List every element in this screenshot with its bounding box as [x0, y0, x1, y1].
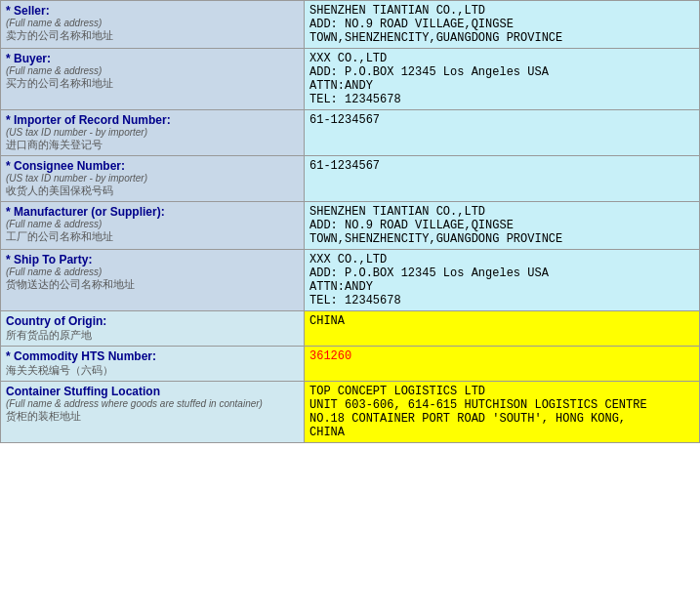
field-sublabel-cn-importer: 进口商的海关登记号 — [6, 138, 299, 152]
field-sublabel-en-importer: (US tax ID number - by importer) — [6, 127, 299, 138]
field-value-hts: 361260 — [309, 349, 694, 363]
right-cell-buyer: XXX CO.,LTD ADD: P.O.BOX 12345 Los Angel… — [305, 49, 700, 110]
field-label-importer: * Importer of Record Number: — [6, 113, 299, 127]
field-label-hts: * Commodity HTS Number: — [6, 349, 299, 363]
field-value-importer: 61-1234567 — [309, 113, 694, 127]
field-sublabel-cn-hts: 海关关税编号（六码） — [6, 363, 299, 378]
field-sublabel-en-manufacturer: (Full name & address) — [6, 219, 299, 229]
field-sublabel-en-buyer: (Full name & address) — [6, 65, 299, 76]
field-sublabel-cn-consignee: 收货人的美国保税号码 — [6, 184, 299, 198]
right-cell-seller: SHENZHEN TIANTIAN CO.,LTD ADD: NO.9 ROAD… — [305, 1, 700, 49]
left-cell-country: Country of Origin:所有货品的原产地 — [1, 311, 305, 347]
field-sublabel-cn-seller: 卖方的公司名称和地址 — [6, 28, 299, 43]
field-label-country: Country of Origin: — [6, 314, 299, 328]
left-cell-seller: * Seller:(Full name & address)卖方的公司名称和地址 — [1, 1, 305, 49]
field-sublabel-en-stuffing: (Full name & address where goods are stu… — [6, 398, 299, 409]
right-cell-country: CHINA — [305, 311, 700, 347]
field-label-buyer: * Buyer: — [6, 52, 299, 65]
right-cell-stuffing: TOP CONCEPT LOGISTICS LTD UNIT 603-606, … — [305, 382, 700, 443]
field-value-seller: SHENZHEN TIANTIAN CO.,LTD ADD: NO.9 ROAD… — [309, 4, 694, 45]
field-label-consignee: * Consignee Number: — [6, 159, 299, 173]
field-label-seller: * Seller: — [6, 4, 299, 18]
left-cell-consignee: * Consignee Number:(US tax ID number - b… — [1, 156, 305, 202]
field-value-buyer: XXX CO.,LTD ADD: P.O.BOX 12345 Los Angel… — [309, 52, 694, 106]
field-sublabel-en-seller: (Full name & address) — [6, 18, 299, 28]
field-sublabel-en-consignee: (US tax ID number - by importer) — [6, 173, 299, 184]
left-cell-manufacturer: * Manufacturer (or Supplier):(Full name … — [1, 202, 305, 250]
field-label-manufacturer: * Manufacturer (or Supplier): — [6, 205, 299, 219]
left-cell-importer: * Importer of Record Number:(US tax ID n… — [1, 110, 305, 156]
form-table: * Seller:(Full name & address)卖方的公司名称和地址… — [0, 0, 700, 443]
right-cell-manufacturer: SHENZHEN TIANTIAN CO.,LTD ADD: NO.9 ROAD… — [305, 202, 700, 250]
right-cell-hts: 361260 — [305, 347, 700, 382]
field-sublabel-cn-country: 所有货品的原产地 — [6, 328, 299, 343]
field-value-consignee: 61-1234567 — [309, 159, 694, 173]
right-cell-consignee: 61-1234567 — [305, 156, 700, 202]
field-value-shiptoparty: XXX CO.,LTD ADD: P.O.BOX 12345 Los Angel… — [309, 253, 694, 307]
field-label-shiptoparty: * Ship To Party: — [6, 253, 299, 266]
field-label-stuffing: Container Stuffing Location — [6, 385, 299, 398]
field-value-manufacturer: SHENZHEN TIANTIAN CO.,LTD ADD: NO.9 ROAD… — [309, 205, 694, 246]
right-cell-shiptoparty: XXX CO.,LTD ADD: P.O.BOX 12345 Los Angel… — [305, 250, 700, 311]
field-value-stuffing: TOP CONCEPT LOGISTICS LTD UNIT 603-606, … — [309, 385, 694, 439]
field-sublabel-en-shiptoparty: (Full name & address) — [6, 266, 299, 277]
left-cell-hts: * Commodity HTS Number:海关关税编号（六码） — [1, 347, 305, 382]
left-cell-shiptoparty: * Ship To Party:(Full name & address)货物送… — [1, 250, 305, 311]
left-cell-buyer: * Buyer:(Full name & address)买方的公司名称和地址 — [1, 49, 305, 110]
field-sublabel-cn-stuffing: 货柜的装柜地址 — [6, 409, 299, 424]
field-value-country: CHINA — [309, 314, 694, 328]
field-sublabel-cn-buyer: 买方的公司名称和地址 — [6, 76, 299, 91]
right-cell-importer: 61-1234567 — [305, 110, 700, 156]
field-sublabel-cn-shiptoparty: 货物送达的公司名称和地址 — [6, 277, 299, 292]
left-cell-stuffing: Container Stuffing Location(Full name & … — [1, 382, 305, 443]
field-sublabel-cn-manufacturer: 工厂的公司名称和地址 — [6, 229, 299, 244]
